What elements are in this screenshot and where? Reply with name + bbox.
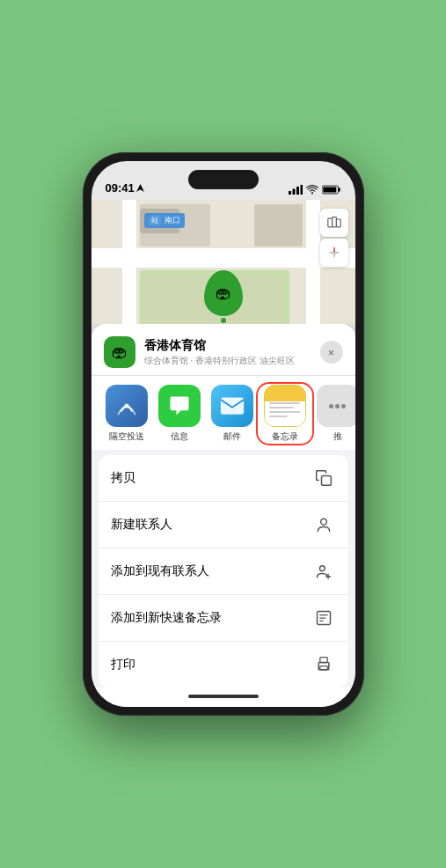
print-label: 打印 — [111, 657, 135, 673]
action-add-contact[interactable]: 添加到现有联系人 — [99, 548, 348, 595]
svg-rect-4 — [300, 185, 303, 195]
compass-button[interactable] — [320, 239, 348, 267]
map-road — [122, 200, 136, 324]
mail-svg — [220, 396, 245, 416]
action-copy[interactable]: 拷贝 — [99, 455, 348, 502]
map-area: 站 南口 — [91, 200, 355, 324]
bottom-safe-area — [91, 688, 355, 707]
airdrop-icon — [106, 385, 148, 427]
new-contact-icon — [311, 512, 336, 537]
map-road — [306, 200, 320, 324]
messages-label: 信息 — [171, 430, 188, 443]
quick-note-label: 添加到新快速备忘录 — [111, 610, 222, 626]
venue-icon: 🏟 — [104, 336, 135, 368]
more-label: 推 — [333, 430, 342, 443]
home-indicator — [188, 695, 259, 698]
print-icon — [311, 652, 336, 677]
messages-svg — [167, 394, 192, 418]
location-pin: 🏟 香港体育馆 — [201, 270, 245, 324]
copy-label: 拷贝 — [111, 470, 135, 486]
battery-icon — [322, 185, 341, 195]
mail-icon — [211, 385, 253, 427]
airdrop-svg — [115, 394, 138, 417]
new-contact-label: 新建联系人 — [111, 517, 172, 533]
svg-point-15 — [320, 519, 326, 525]
add-contact-label: 添加到现有联系人 — [111, 563, 209, 579]
status-time: 09:41 — [106, 181, 144, 195]
action-quick-note[interactable]: 添加到新快速备忘录 — [99, 595, 348, 642]
close-label: × — [328, 346, 335, 359]
phone-screen: 09:41 — [91, 161, 355, 707]
svg-point-16 — [319, 566, 325, 571]
action-print[interactable]: 打印 — [99, 642, 348, 688]
time-display: 09:41 — [106, 181, 135, 195]
share-close-button[interactable]: × — [320, 341, 343, 364]
app-item-more[interactable]: 推 — [311, 385, 355, 443]
location-arrow-icon — [136, 184, 144, 192]
svg-rect-10 — [332, 217, 336, 227]
svg-rect-11 — [336, 219, 340, 227]
venue-subtitle: 综合体育馆 · 香港特别行政区 油尖旺区 — [144, 355, 311, 367]
venue-icon-symbol: 🏟 — [112, 343, 128, 362]
svg-rect-7 — [338, 188, 340, 191]
action-new-contact[interactable]: 新建联系人 — [99, 502, 348, 548]
app-item-airdrop[interactable]: 隔空投送 — [100, 385, 153, 443]
signal-icon — [289, 185, 303, 195]
pin-icon: 🏟 — [204, 270, 243, 316]
svg-marker-0 — [136, 184, 144, 192]
map-controls — [320, 209, 348, 267]
map-label: 站 南口 — [144, 213, 186, 228]
quick-note-icon — [311, 606, 336, 630]
more-icon — [317, 385, 355, 427]
app-item-notes[interactable]: 备忘录 — [259, 385, 311, 443]
venue-info: 香港体育馆 综合体育馆 · 香港特别行政区 油尖旺区 — [144, 338, 311, 367]
messages-icon — [158, 385, 201, 427]
svg-rect-8 — [323, 187, 336, 192]
apps-row: 隔空投送 信息 — [91, 375, 355, 450]
copy-svg — [315, 469, 333, 487]
svg-rect-3 — [296, 187, 299, 195]
map-label-text: 南口 — [165, 216, 180, 224]
copy-icon — [311, 466, 336, 490]
map-block — [254, 204, 303, 246]
mail-label: 邮件 — [223, 430, 241, 443]
person-add-svg — [315, 563, 333, 580]
phone-frame: 09:41 — [83, 152, 364, 716]
stadium-icon: 🏟 — [216, 284, 231, 303]
dynamic-island — [188, 170, 259, 189]
share-sheet: 🏟 香港体育馆 综合体育馆 · 香港特别行政区 油尖旺区 × — [91, 324, 355, 707]
share-header: 🏟 香港体育馆 综合体育馆 · 香港特别行政区 油尖旺区 × — [91, 324, 355, 375]
notes-icon — [264, 385, 306, 427]
svg-rect-1 — [289, 191, 291, 195]
svg-rect-13 — [220, 397, 243, 414]
action-list: 拷贝 新建联系人 — [99, 455, 348, 688]
map-type-button[interactable] — [320, 209, 348, 237]
compass-icon — [328, 246, 340, 259]
person-svg — [315, 516, 333, 533]
venue-name: 香港体育馆 — [144, 338, 311, 354]
svg-rect-9 — [327, 218, 332, 227]
add-contact-icon — [311, 559, 336, 584]
app-item-mail[interactable]: 邮件 — [206, 385, 259, 443]
notes-label: 备忘录 — [272, 430, 298, 443]
airdrop-label: 隔空投送 — [109, 430, 144, 443]
svg-point-5 — [311, 192, 312, 194]
svg-rect-14 — [321, 476, 331, 486]
map-background: 站 南口 — [91, 200, 355, 324]
note-svg — [315, 609, 333, 627]
svg-rect-2 — [292, 189, 295, 195]
svg-rect-19 — [319, 658, 326, 663]
map-type-icon — [327, 216, 341, 230]
status-icons — [289, 185, 341, 195]
wifi-icon — [306, 185, 318, 195]
print-svg — [315, 656, 333, 673]
app-item-messages[interactable]: 信息 — [153, 385, 206, 443]
